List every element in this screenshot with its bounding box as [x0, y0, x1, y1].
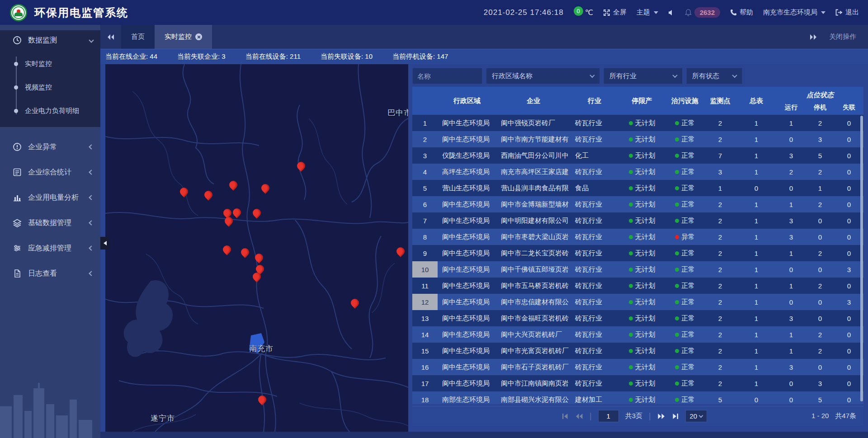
- tab-home[interactable]: 首页: [121, 25, 155, 49]
- last-page-button[interactable]: [672, 413, 679, 420]
- table-row[interactable]: 9阆中生态环境局阆中市二龙长宝页岩砖砖瓦行业无计划正常21120: [412, 245, 863, 261]
- status-label: 无计划: [635, 119, 656, 127]
- fullscreen-button[interactable]: 全屏: [603, 8, 627, 17]
- cell-index: 15: [412, 343, 438, 359]
- table-row[interactable]: 18南部生态环境局南部县砌兴水泥有限公建材加工无计划正常50050: [412, 391, 863, 404]
- region-filter-select[interactable]: 行政区域名称: [486, 68, 600, 84]
- sidebar-item-data-monitoring[interactable]: 数据监测: [0, 30, 100, 50]
- map-pin-icon[interactable]: [256, 394, 268, 405]
- table-row[interactable]: 11阆中生态环境局阆中市五马桥页岩机砖砖瓦行业无计划正常21120: [412, 278, 863, 294]
- page-size-select[interactable]: 20: [685, 410, 707, 422]
- col-header-company: 企业: [496, 87, 571, 115]
- table-row[interactable]: 3仪陇生态环境局西南油气田分公司川中化工无计划正常71350: [412, 147, 863, 164]
- map-pin-icon[interactable]: [259, 182, 271, 193]
- map-city-label: 南充市: [249, 344, 274, 354]
- layers-icon: [13, 218, 22, 227]
- next-page-button[interactable]: [657, 413, 665, 420]
- map-pin-icon[interactable]: [203, 189, 214, 200]
- sidebar-item-log-view[interactable]: 日志查看: [0, 264, 100, 283]
- table-row[interactable]: 4高坪生态环境局南充市高坪区王家店建砖瓦行业无计划正常31220: [412, 164, 863, 180]
- map-pin-icon[interactable]: [349, 297, 360, 308]
- table-row[interactable]: 1阆中生态环境局阆中强锐页岩砖厂砖瓦行业无计划正常21120: [412, 115, 863, 131]
- first-page-button[interactable]: [561, 413, 569, 420]
- cell-total: 1: [736, 229, 777, 245]
- cell-lost: 0: [835, 343, 863, 359]
- sidebar-collapse-button[interactable]: [100, 237, 109, 250]
- sidebar-item-enterprise-statistics[interactable]: 企业综合统计: [0, 162, 100, 182]
- sidebar-item-electricity-analysis[interactable]: 企业用电量分析: [0, 188, 100, 207]
- table-row[interactable]: 7阆中生态环境局阆中明阳建材有限公司砖瓦行业无计划正常21300: [412, 212, 863, 229]
- cell-total: 1: [736, 245, 777, 261]
- tab-realtime-monitoring[interactable]: 实时监控: [155, 25, 212, 49]
- cell-points: 2: [704, 115, 736, 131]
- status-dot-green: [629, 316, 633, 320]
- map-pin-icon[interactable]: [221, 244, 232, 255]
- name-filter-input[interactable]: [412, 68, 482, 84]
- status-label: 正常: [681, 314, 695, 323]
- prev-page-button[interactable]: [575, 413, 583, 420]
- sidebar-item-basic-data[interactable]: 基础数据管理: [0, 213, 100, 233]
- status-dot-green: [675, 186, 679, 190]
- table-row[interactable]: 14阆中生态环境局阆中大兴页岩机砖厂砖瓦行业无计划正常21120: [412, 326, 863, 343]
- cell-index: 17: [412, 375, 438, 391]
- cell-industry: 砖瓦行业: [571, 212, 618, 229]
- cell-limit-status: 无计划: [618, 180, 665, 196]
- page-number-input[interactable]: [598, 410, 619, 422]
- sidebar-item-video-monitoring[interactable]: 视频监控: [0, 75, 100, 99]
- table-row[interactable]: 8阆中生态环境局阆中市枣碧大梁山页岩砖瓦行业无计划异常21300: [412, 229, 863, 245]
- status-dot-green: [675, 121, 679, 125]
- industry-filter-select[interactable]: 所有行业: [604, 68, 683, 84]
- table-row[interactable]: 16阆中生态环境局阆中市石子页岩机砖厂砖瓦行业无计划正常21300: [412, 359, 863, 375]
- cell-facility-status: 正常: [665, 359, 704, 375]
- table-row[interactable]: 5营山生态环境局营山县润丰肉食品有限食品无计划正常10010: [412, 180, 863, 196]
- cell-region: 阆中生态环境局: [438, 343, 496, 359]
- cell-stop: 5: [806, 147, 835, 164]
- map-panel[interactable]: 巴中市南充市遂宁市: [105, 64, 408, 432]
- cell-index: 7: [412, 212, 438, 229]
- table-scrollbar[interactable]: [860, 116, 863, 401]
- double-chevron-right-icon[interactable]: [809, 34, 817, 40]
- sidebar-item-realtime-monitoring[interactable]: 实时监控: [0, 52, 100, 75]
- map-pin-icon[interactable]: [295, 160, 307, 171]
- cell-industry: 建材加工: [571, 391, 618, 404]
- last-page-icon: [672, 413, 679, 420]
- cell-index: 12: [412, 294, 438, 310]
- map-pin-icon[interactable]: [227, 179, 239, 190]
- help-button[interactable]: 帮助: [730, 8, 753, 17]
- notifications[interactable]: 2632: [685, 7, 720, 18]
- map-pin-icon[interactable]: [178, 186, 189, 197]
- table-row[interactable]: 10阆中生态环境局阆中千佛镇五郎垭页岩砖瓦行业无计划正常21003: [412, 261, 863, 278]
- cell-company: 阆中市忠信建材有限公: [496, 294, 571, 310]
- tab-close-icon[interactable]: [195, 33, 202, 40]
- map-pin-icon[interactable]: [223, 215, 234, 226]
- map-pin-icon[interactable]: [251, 207, 262, 218]
- cell-stop: 2: [806, 326, 835, 343]
- map-pin-icon[interactable]: [239, 246, 250, 258]
- close-operations-menu[interactable]: 关闭操作: [829, 33, 856, 41]
- cell-index: 3: [412, 147, 438, 164]
- status-filter-select[interactable]: 所有状态: [686, 68, 742, 84]
- logout-button[interactable]: 退出: [835, 8, 859, 17]
- table-row[interactable]: 15阆中生态环境局阆中市光富页岩机砖厂砖瓦行业无计划正常21120: [412, 343, 863, 359]
- table-row[interactable]: 2阆中生态环境局阆中市南方节能建材有砖瓦行业无计划正常21030: [412, 131, 863, 147]
- table-row[interactable]: 12阆中生态环境局阆中市忠信建材有限公砖瓦行业无计划正常21003: [412, 294, 863, 310]
- cell-company: 阆中明阳建材有限公司: [496, 212, 571, 229]
- map-pin-icon[interactable]: [253, 252, 264, 263]
- cell-facility-status: 正常: [665, 375, 704, 391]
- sidebar-item-power-load-detail[interactable]: 企业电力负荷明细: [0, 99, 100, 122]
- table-row[interactable]: 13阆中生态环境局阆中市金福旺页岩机砖砖瓦行业无计划正常21300: [412, 310, 863, 326]
- cell-facility-status: 正常: [665, 261, 704, 278]
- cell-run: 3: [777, 229, 806, 245]
- table-row[interactable]: 6阆中生态环境局阆中市金博瑞新型墙材砖瓦行业无计划正常21120: [412, 196, 863, 212]
- map-pin-icon[interactable]: [395, 245, 406, 257]
- sidebar-item-enterprise-abnormal[interactable]: 企业异常: [0, 137, 100, 157]
- sidebar-item-emergency-reduction[interactable]: 应急减排管理: [0, 238, 100, 258]
- user-menu[interactable]: 南充市生态环境局: [763, 8, 826, 17]
- tabs-scroll-left-button[interactable]: [100, 25, 121, 49]
- map-pin-icon[interactable]: [231, 207, 242, 218]
- table-row[interactable]: 17阆中生态环境局阆中市江南镇阆南页岩砖瓦行业无计划正常21030: [412, 375, 863, 391]
- cell-total: 1: [736, 115, 777, 131]
- mute-button[interactable]: [668, 9, 675, 16]
- theme-menu[interactable]: 主题: [637, 8, 658, 17]
- col-header-total: 总表: [736, 87, 777, 115]
